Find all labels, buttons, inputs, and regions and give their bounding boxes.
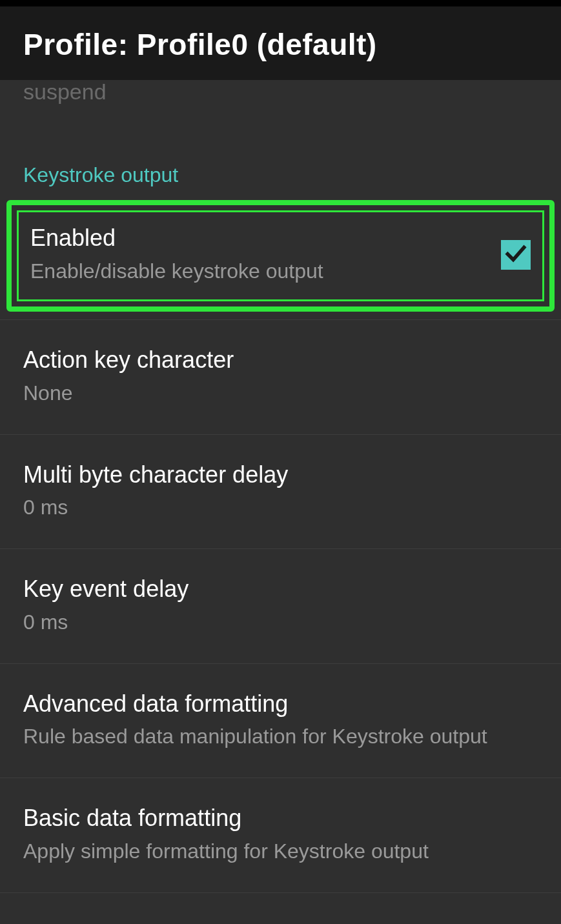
setting-multibyte-delay[interactable]: Multi byte character delay 0 ms xyxy=(0,435,561,550)
setting-key-event-title: Key event delay xyxy=(23,574,538,605)
settings-list: suspend Keystroke output Enabled Enable/… xyxy=(0,80,561,893)
section-header-keystroke-output: Keystroke output xyxy=(0,108,561,200)
check-icon xyxy=(504,241,528,268)
setting-enabled[interactable]: Enabled Enable/disable keystroke output xyxy=(17,210,544,301)
setting-action-key-character[interactable]: Action key character None xyxy=(0,319,561,435)
setting-basic-sub: Apply simple formatting for Keystroke ou… xyxy=(23,836,538,867)
setting-advanced-data-formatting[interactable]: Advanced data formatting Rule based data… xyxy=(0,664,561,779)
cutoff-prev-item: suspend xyxy=(0,80,561,108)
highlighted-setting: Enabled Enable/disable keystroke output xyxy=(6,200,555,312)
setting-enabled-title: Enabled xyxy=(30,223,323,254)
setting-enabled-text: Enabled Enable/disable keystroke output xyxy=(30,223,323,286)
header: Profile: Profile0 (default) xyxy=(0,6,561,89)
setting-action-key-sub: None xyxy=(23,377,538,408)
status-bar xyxy=(0,0,561,6)
checkbox-enabled[interactable] xyxy=(501,240,531,270)
page-title: Profile: Profile0 (default) xyxy=(23,27,538,62)
setting-basic-title: Basic data formatting xyxy=(23,803,538,834)
setting-basic-data-formatting[interactable]: Basic data formatting Apply simple forma… xyxy=(0,778,561,893)
setting-key-event-sub: 0 ms xyxy=(23,607,538,638)
setting-action-key-title: Action key character xyxy=(23,345,538,376)
setting-advanced-title: Advanced data formatting xyxy=(23,688,538,720)
setting-enabled-sub: Enable/disable keystroke output xyxy=(30,256,323,286)
setting-advanced-sub: Rule based data manipulation for Keystro… xyxy=(23,721,538,752)
setting-key-event-delay[interactable]: Key event delay 0 ms xyxy=(0,549,561,664)
setting-multibyte-title: Multi byte character delay xyxy=(23,459,538,491)
setting-multibyte-sub: 0 ms xyxy=(23,492,538,523)
